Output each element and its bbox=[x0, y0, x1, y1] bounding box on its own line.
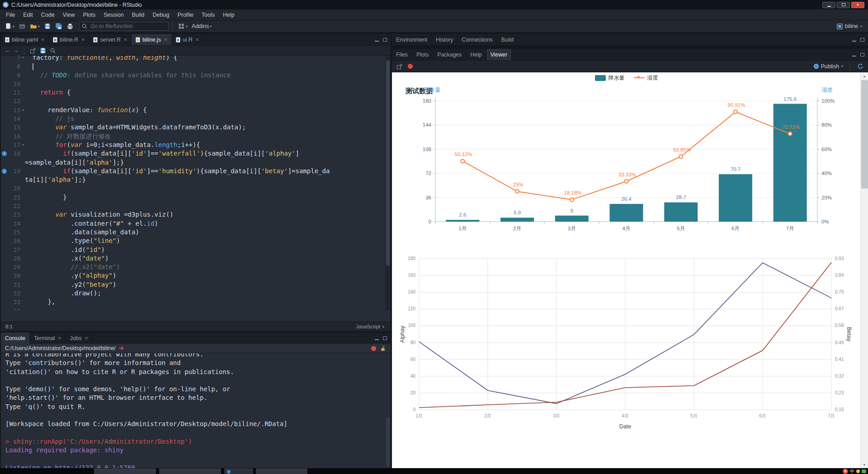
scroll-down-icon[interactable]: ▼ bbox=[861, 461, 868, 468]
close-icon[interactable]: × bbox=[41, 37, 44, 43]
r-file-icon bbox=[53, 37, 57, 43]
taskbar-window-fragment[interactable] bbox=[256, 469, 307, 474]
close-icon[interactable]: × bbox=[58, 335, 61, 341]
tab-connections[interactable]: Connections bbox=[458, 34, 497, 45]
maximize-pane-icon[interactable] bbox=[859, 37, 865, 43]
menu-debug[interactable]: Debug bbox=[149, 9, 174, 20]
save-icon[interactable] bbox=[39, 47, 47, 54]
minimize-pane-icon[interactable] bbox=[374, 37, 379, 43]
scrollbar-thumb[interactable] bbox=[386, 60, 390, 266]
menu-code[interactable]: Code bbox=[37, 9, 59, 20]
interrupt-r-icon[interactable] bbox=[371, 346, 376, 351]
maximize-button[interactable] bbox=[837, 2, 850, 8]
close-icon[interactable]: × bbox=[196, 37, 199, 43]
new-file-button[interactable]: ▾ bbox=[3, 21, 16, 31]
tab-plots[interactable]: Plots bbox=[412, 49, 433, 60]
console-scrollbar[interactable] bbox=[385, 353, 391, 468]
source-tab-biline.yaml[interactable]: biline.yaml× bbox=[1, 34, 49, 45]
ime-keyboard-icon[interactable] bbox=[862, 469, 866, 473]
menu-edit[interactable]: Edit bbox=[19, 9, 37, 20]
source-tab-ui.R[interactable]: ui.R× bbox=[172, 34, 203, 45]
publish-label: Publish bbox=[821, 63, 839, 70]
source-tab-server.R[interactable]: server.R× bbox=[89, 34, 132, 45]
goto-directory-icon[interactable] bbox=[118, 346, 124, 351]
close-icon[interactable]: × bbox=[124, 37, 127, 43]
working-dir-path: C:/Users/Administrator/Desktop/model/bil… bbox=[5, 345, 116, 351]
code-text: if(sample_data[i]['id']=='humidity'){sam… bbox=[25, 167, 330, 175]
refresh-icon[interactable] bbox=[857, 63, 864, 70]
tab-history[interactable]: History bbox=[432, 34, 458, 45]
menu-session[interactable]: Session bbox=[99, 9, 127, 20]
taskbar-window-fragment[interactable] bbox=[159, 469, 221, 474]
menu-plots[interactable]: Plots bbox=[79, 9, 99, 20]
menu-view[interactable]: View bbox=[59, 9, 79, 20]
open-folder-icon bbox=[30, 23, 37, 30]
close-icon[interactable]: × bbox=[85, 335, 88, 341]
pane-divider bbox=[392, 46, 868, 49]
save-all-button[interactable] bbox=[54, 21, 64, 31]
taskbar-window-fragment[interactable] bbox=[94, 469, 156, 474]
ime-language-indicator[interactable]: 中 bbox=[850, 468, 854, 474]
sogou-ime-icon[interactable]: S bbox=[843, 469, 848, 474]
source-tab-biline.js[interactable]: biline.js× bbox=[132, 34, 172, 45]
close-icon[interactable]: × bbox=[81, 37, 85, 43]
ime-mode-icon[interactable] bbox=[856, 469, 860, 473]
menu-help[interactable]: Help bbox=[219, 9, 239, 20]
publish-button[interactable]: Publish ▾ bbox=[814, 63, 843, 70]
console-tab-jobs[interactable]: Jobs× bbox=[66, 332, 93, 344]
console-output-area[interactable]: R is a collaborative project with many c… bbox=[1, 353, 391, 468]
language-mode-selector[interactable]: JavaScript ▾ bbox=[356, 324, 391, 329]
close-icon[interactable]: × bbox=[164, 37, 167, 43]
menu-build[interactable]: Build bbox=[128, 9, 149, 20]
addins-button[interactable]: Addins ▾ bbox=[190, 21, 213, 31]
menu-tools[interactable]: Tools bbox=[198, 9, 219, 20]
clear-console-icon[interactable] bbox=[380, 345, 387, 351]
bar-1月 bbox=[446, 220, 479, 222]
minimize-button[interactable] bbox=[822, 2, 835, 8]
editor-scrollbar[interactable] bbox=[385, 56, 391, 310]
popout-window-icon[interactable] bbox=[29, 47, 37, 54]
minimize-pane-icon[interactable] bbox=[374, 336, 379, 341]
maximize-pane-icon[interactable] bbox=[859, 52, 865, 57]
tab-viewer[interactable]: Viewer bbox=[486, 49, 512, 60]
stop-app-icon[interactable] bbox=[408, 64, 413, 69]
console-tab-terminal[interactable]: Terminal× bbox=[30, 332, 66, 344]
tab-files[interactable]: Files bbox=[392, 49, 412, 60]
files-pane-buttons bbox=[851, 49, 868, 60]
code-line: 23 var visualization =d3plus.viz() bbox=[1, 210, 391, 219]
scrollbar-thumb[interactable] bbox=[386, 417, 390, 467]
print-button[interactable] bbox=[65, 21, 75, 31]
line-number: 21 bbox=[8, 193, 21, 202]
bar-6月 bbox=[719, 174, 752, 222]
tab-build[interactable]: Build bbox=[497, 34, 518, 45]
back-icon[interactable]: ← bbox=[5, 47, 10, 54]
open-file-button[interactable]: ▾ bbox=[28, 21, 41, 31]
maximize-pane-icon[interactable] bbox=[382, 336, 387, 341]
code-editor[interactable]: 7▾ factory: function(el, width, height) … bbox=[1, 56, 391, 310]
tab-help[interactable]: Help bbox=[466, 49, 486, 60]
pane-layout-button[interactable]: ▾ bbox=[176, 21, 189, 31]
maximize-pane-icon[interactable] bbox=[382, 37, 387, 43]
project-menu-button[interactable]: R biline ▾ bbox=[837, 23, 865, 29]
menu-file[interactable]: File bbox=[2, 9, 19, 20]
minimize-pane-icon[interactable] bbox=[851, 37, 857, 43]
viewer-scrollbar[interactable]: ▲ ▼ bbox=[860, 72, 868, 468]
menu-profile[interactable]: Profile bbox=[173, 9, 197, 20]
gutter-spacer bbox=[1, 210, 8, 219]
taskbar-window-fragment[interactable] bbox=[224, 469, 253, 474]
close-button[interactable]: × bbox=[851, 2, 864, 8]
tab-environment[interactable]: Environment bbox=[392, 34, 432, 45]
source-tab-biline.R[interactable]: biline.R× bbox=[49, 34, 89, 45]
scroll-up-icon[interactable]: ▲ bbox=[861, 72, 868, 80]
save-button[interactable] bbox=[42, 21, 52, 31]
open-in-browser-icon[interactable] bbox=[396, 63, 403, 70]
goto-file-input[interactable] bbox=[79, 22, 169, 31]
find-replace-icon[interactable] bbox=[49, 47, 57, 54]
gutter-spacer bbox=[1, 271, 8, 280]
minimize-pane-icon[interactable] bbox=[851, 52, 857, 57]
console-tab-console[interactable]: Console bbox=[1, 332, 30, 344]
tab-packages[interactable]: Packages bbox=[433, 49, 466, 60]
new-project-button[interactable] bbox=[17, 21, 27, 31]
scrollbar-thumb[interactable] bbox=[861, 80, 868, 189]
forward-icon[interactable]: → bbox=[13, 47, 19, 54]
